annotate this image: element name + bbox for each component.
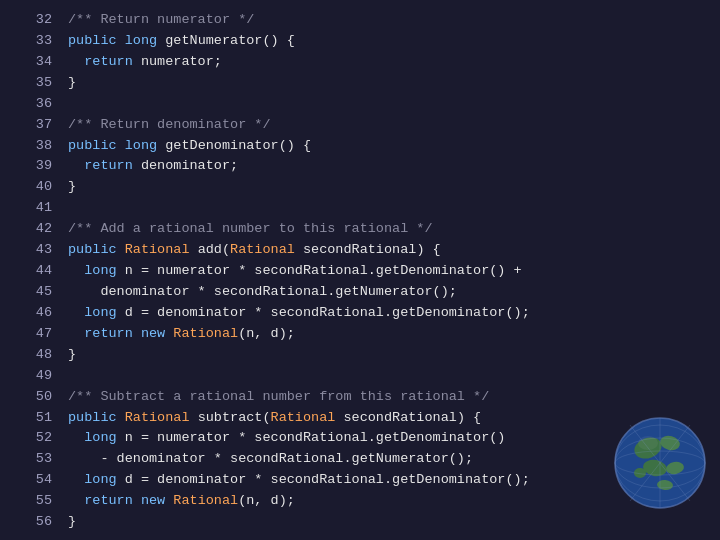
code-line: 37 /** Return denominator */: [20, 115, 700, 136]
code-line: 44 long n = numerator * secondRational.g…: [20, 261, 700, 282]
line-number: 41: [20, 198, 52, 219]
code-text: denominator * secondRational.getNumerato…: [68, 282, 457, 303]
code-line: 34 return numerator;: [20, 52, 700, 73]
code-line: 40 }: [20, 177, 700, 198]
line-number: 32: [20, 10, 52, 31]
code-line: 32 /** Return numerator */: [20, 10, 700, 31]
code-line: 35 }: [20, 73, 700, 94]
code-line: 36: [20, 94, 700, 115]
code-line: 47 return new Rational(n, d);: [20, 324, 700, 345]
code-text: long d = denominator * secondRational.ge…: [68, 470, 530, 491]
code-text: }: [68, 177, 76, 198]
code-area: 32 /** Return numerator */ 33 public lon…: [0, 0, 720, 540]
code-line: 54 long d = denominator * secondRational…: [20, 470, 700, 491]
code-text: return numerator;: [68, 52, 222, 73]
line-number: 45: [20, 282, 52, 303]
code-text: public long getNumerator() {: [68, 31, 295, 52]
code-text: [68, 366, 76, 387]
line-number: 44: [20, 261, 52, 282]
globe-svg: [610, 413, 710, 513]
code-line: 41: [20, 198, 700, 219]
code-text: }: [68, 512, 76, 533]
code-text: /** Add a rational number to this ration…: [68, 219, 433, 240]
line-number: 36: [20, 94, 52, 115]
code-line: 52 long n = numerator * secondRational.g…: [20, 428, 700, 449]
line-number: 54: [20, 470, 52, 491]
code-line: 56 }: [20, 512, 700, 533]
code-line: 50 /** Subtract a rational number from t…: [20, 387, 700, 408]
code-line: 48 }: [20, 345, 700, 366]
code-line: 42 /** Add a rational number to this rat…: [20, 219, 700, 240]
line-number: 42: [20, 219, 52, 240]
code-text: }: [68, 345, 76, 366]
line-number: 48: [20, 345, 52, 366]
line-number: 39: [20, 156, 52, 177]
code-text: long n = numerator * secondRational.getD…: [68, 261, 522, 282]
code-text: }: [68, 73, 76, 94]
code-text: return new Rational(n, d);: [68, 324, 295, 345]
code-text: return denominator;: [68, 156, 238, 177]
code-text: - denominator * secondRational.getNumera…: [68, 449, 473, 470]
line-number: 38: [20, 136, 52, 157]
line-number: 52: [20, 428, 52, 449]
code-line: 55 return new Rational(n, d);: [20, 491, 700, 512]
line-number: 55: [20, 491, 52, 512]
line-number: 53: [20, 449, 52, 470]
code-text: long n = numerator * secondRational.getD…: [68, 428, 505, 449]
code-text: [68, 94, 76, 115]
line-number: 40: [20, 177, 52, 198]
code-line: 49: [20, 366, 700, 387]
line-number: 43: [20, 240, 52, 261]
line-number: 56: [20, 512, 52, 533]
code-line: 53 - denominator * secondRational.getNum…: [20, 449, 700, 470]
code-text: /** Return denominator */: [68, 115, 271, 136]
code-text: [68, 198, 76, 219]
slide-container: 32 /** Return numerator */ 33 public lon…: [0, 0, 720, 540]
code-line: 38 public long getDenominator() {: [20, 136, 700, 157]
code-line: 39 return denominator;: [20, 156, 700, 177]
svg-point-14: [638, 436, 658, 450]
line-number: 35: [20, 73, 52, 94]
line-number: 50: [20, 387, 52, 408]
line-number: 37: [20, 115, 52, 136]
code-line: 46 long d = denominator * secondRational…: [20, 303, 700, 324]
code-text: return new Rational(n, d);: [68, 491, 295, 512]
line-number: 47: [20, 324, 52, 345]
code-line: 33 public long getNumerator() {: [20, 31, 700, 52]
line-number: 49: [20, 366, 52, 387]
globe-illustration: [610, 413, 710, 513]
code-line: 43 public Rational add(Rational secondRa…: [20, 240, 700, 261]
code-text: public Rational add(Rational secondRatio…: [68, 240, 441, 261]
code-line: 45 denominator * secondRational.getNumer…: [20, 282, 700, 303]
line-number: 34: [20, 52, 52, 73]
code-text: public long getDenominator() {: [68, 136, 311, 157]
code-text: long d = denominator * secondRational.ge…: [68, 303, 530, 324]
line-number: 33: [20, 31, 52, 52]
code-text: /** Return numerator */: [68, 10, 254, 31]
code-text: public Rational subtract(Rational second…: [68, 408, 481, 429]
code-line: 51 public Rational subtract(Rational sec…: [20, 408, 700, 429]
code-text: /** Subtract a rational number from this…: [68, 387, 489, 408]
line-number: 51: [20, 408, 52, 429]
line-number: 46: [20, 303, 52, 324]
